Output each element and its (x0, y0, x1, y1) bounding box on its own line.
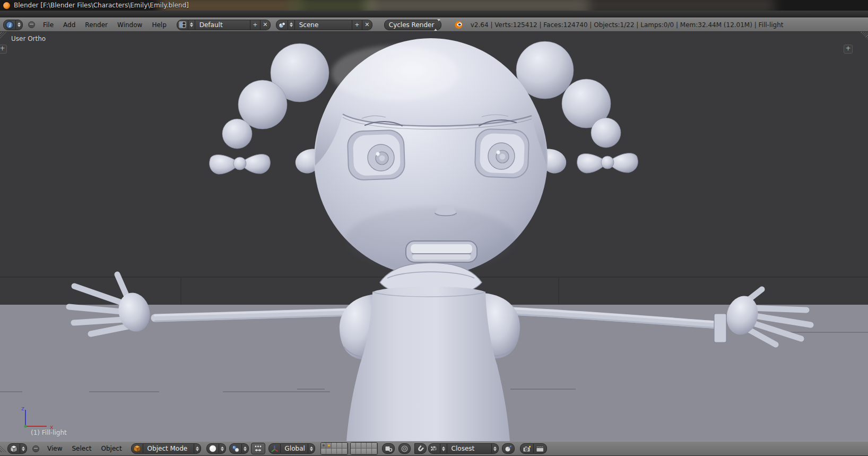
layer-toggle[interactable] (342, 449, 348, 454)
collapse-menus-button[interactable] (32, 445, 39, 452)
editor-type-arrows (16, 20, 23, 30)
window-top-strip (0, 11, 868, 18)
lock-to-scene-button[interactable] (382, 443, 395, 454)
eye-left (347, 130, 405, 180)
layer-toggle[interactable] (361, 443, 367, 449)
layer-toggle[interactable] (356, 443, 361, 449)
viewport-header: View Select Object Object Mode (0, 441, 868, 456)
layer-toggle[interactable] (332, 443, 337, 449)
layer-toggle[interactable] (321, 443, 326, 449)
layer-toggle[interactable] (337, 443, 342, 449)
window-layout-icon (177, 20, 188, 30)
layout-arrows (188, 20, 195, 30)
toolshelf-open-handle[interactable]: + (0, 45, 7, 54)
layer-toggle[interactable] (326, 449, 332, 454)
info-editor-header: i File Add Render Window Help De (0, 18, 868, 32)
snap-element-arrows (440, 443, 447, 454)
layer-toggle[interactable] (326, 443, 332, 449)
orientation-arrows (308, 443, 315, 454)
menu-object[interactable]: Object (97, 445, 127, 452)
properties-open-handle[interactable]: + (844, 45, 853, 54)
render-still-button[interactable] (520, 443, 534, 454)
render-animation-button[interactable] (534, 443, 547, 454)
scene-arrows (288, 20, 295, 30)
editor-type-arrows (20, 443, 27, 454)
transform-orientation-selector[interactable]: Global (268, 443, 315, 454)
blender-window: Blender [F:\Blender Files\Characters\Emi… (0, 0, 868, 456)
mode-selector[interactable]: Object Mode (131, 443, 201, 454)
menu-window[interactable]: Window (112, 21, 147, 29)
eye-right (474, 128, 529, 178)
layer-toggle[interactable] (356, 449, 361, 454)
scene-name-field[interactable]: Scene (295, 20, 352, 30)
3d-view-cube-icon (7, 443, 20, 454)
layer-toggle[interactable] (372, 449, 377, 454)
sphere-icon (206, 443, 219, 454)
layout-name-field[interactable]: Default (195, 20, 250, 30)
close-scene-button[interactable]: ✕ (362, 20, 372, 30)
engine-arrows (434, 21, 440, 29)
wrist-cuff[interactable] (714, 314, 726, 342)
magnet-icon (414, 443, 427, 454)
layer-toggle[interactable] (351, 449, 356, 454)
menu-file[interactable]: File (38, 21, 58, 29)
pivot-arrows (242, 443, 249, 454)
shading-arrows (219, 443, 226, 454)
vertex-cube-icon (428, 443, 440, 454)
area-corner-grip[interactable] (0, 445, 7, 452)
snap-peel-button[interactable] (502, 443, 515, 454)
3d-viewport-canvas[interactable] (0, 32, 868, 441)
scene-statistics: v2.64 | Verts:125412 | Faces:124740 | Ob… (471, 21, 784, 29)
top-menu-bar: File Add Render Window Help (38, 21, 171, 29)
screen-layout-selector[interactable]: Default + ✕ (177, 20, 271, 30)
collapse-menus-button[interactable] (28, 21, 35, 28)
pivot-point-icon (229, 443, 242, 454)
head[interactable] (314, 38, 548, 276)
clapper-icon (535, 445, 545, 453)
layer-toggle[interactable] (342, 443, 348, 449)
3d-viewport[interactable]: User Ortho + + z x (1) Fill-light (0, 32, 868, 441)
menu-help[interactable]: Help (147, 21, 171, 29)
menu-add[interactable]: Add (58, 21, 80, 29)
menu-render[interactable]: Render (80, 21, 112, 29)
manipulator-toggle[interactable] (251, 443, 265, 454)
render-engine-field: Cycles Render (384, 20, 441, 30)
close-layout-button[interactable]: ✕ (261, 20, 271, 30)
render-buttons (520, 443, 547, 454)
layer-toggle[interactable] (337, 449, 342, 454)
info-icon: i (3, 20, 16, 30)
mouth (406, 241, 477, 262)
snap-toggle[interactable] (414, 443, 427, 454)
active-object-label: (1) Fill-light (31, 429, 67, 436)
proportional-edit-selector[interactable] (398, 443, 411, 454)
editor-type-selector[interactable]: i (3, 20, 23, 30)
add-scene-button[interactable]: + (352, 20, 362, 30)
layer-toggle[interactable] (367, 449, 372, 454)
scene-selector[interactable]: Scene + ✕ (276, 20, 372, 30)
layer-toggle[interactable] (332, 449, 337, 454)
menu-view[interactable]: View (42, 445, 67, 452)
proportional-edit-icon (398, 443, 411, 454)
layer-toggle[interactable] (372, 443, 377, 449)
menu-select[interactable]: Select (67, 445, 96, 452)
layer-toggle[interactable] (321, 449, 326, 454)
camera-icon (522, 445, 532, 453)
orientation-field: Global (281, 443, 308, 454)
orange-cube-icon (131, 443, 143, 454)
render-engine-value: Cycles Render (389, 21, 435, 29)
layer-grid-left[interactable] (320, 442, 348, 455)
viewport-shading-selector[interactable] (206, 443, 226, 454)
layer-toggle[interactable] (361, 449, 367, 454)
viewport-menu-bar: View Select Object (42, 445, 127, 452)
mode-field: Object Mode (143, 443, 194, 454)
titlebar[interactable]: Blender [F:\Blender Files\Characters\Emi… (0, 0, 868, 11)
layer-toggle[interactable] (367, 443, 372, 449)
snap-element-selector[interactable]: Closest (428, 443, 499, 454)
add-layout-button[interactable]: + (250, 20, 261, 30)
layer-toggle[interactable] (351, 443, 356, 449)
editor-type-selector-3d[interactable] (7, 443, 27, 454)
layer-grid-right[interactable] (350, 442, 378, 455)
snap-target-field[interactable]: Closest (447, 443, 492, 454)
render-engine-selector[interactable]: Cycles Render (384, 20, 441, 30)
pivot-point-selector[interactable] (229, 443, 249, 454)
